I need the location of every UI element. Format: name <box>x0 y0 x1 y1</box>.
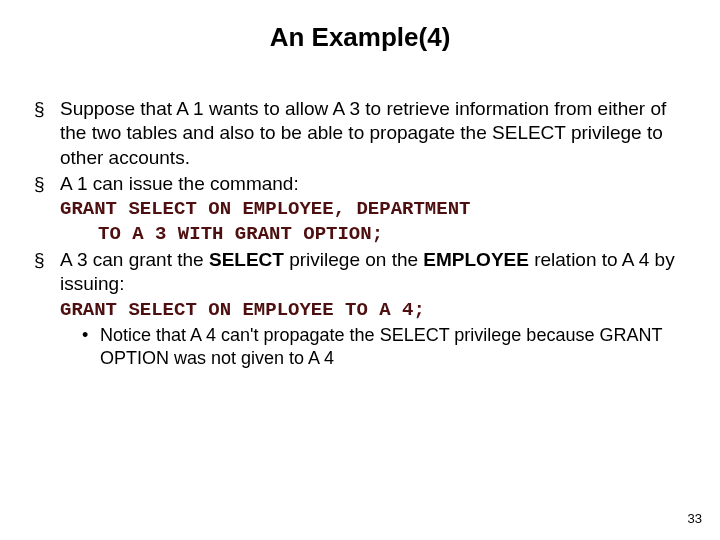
code-ident: EMPLOYEE, DEPARTMENT <box>242 198 470 220</box>
sub-bullet-text: Notice that A 4 can't propagate the SELE… <box>100 325 662 368</box>
slide-title: An Example(4) <box>34 22 686 53</box>
code-kw: GRANT SELECT ON <box>60 299 242 321</box>
code-line: TO A 3 WITH GRANT OPTION; <box>60 222 686 246</box>
bullet-item: Suppose that A 1 wants to allow A 3 to r… <box>34 97 686 170</box>
sub-bullet-list: Notice that A 4 can't propagate the SELE… <box>60 324 686 371</box>
code-kw: TO <box>98 223 132 245</box>
bullet-list: Suppose that A 1 wants to allow A 3 to r… <box>34 97 686 371</box>
slide: An Example(4) Suppose that A 1 wants to … <box>0 0 720 540</box>
code-ident: A 3 <box>132 223 178 245</box>
bullet-text: A 3 can grant the SELECT privilege on th… <box>60 249 675 294</box>
text-bold: EMPLOYEE <box>423 249 529 270</box>
code-kw: GRANT SELECT ON <box>60 198 242 220</box>
page-number: 33 <box>688 511 702 526</box>
sub-bullet-item: Notice that A 4 can't propagate the SELE… <box>82 324 686 371</box>
code-ident: A 4; <box>379 299 425 321</box>
code-kw: TO <box>345 299 379 321</box>
code-ident: EMPLOYEE <box>242 299 345 321</box>
bullet-text: A 1 can issue the command: <box>60 173 299 194</box>
bullet-text: Suppose that A 1 wants to allow A 3 to r… <box>60 98 666 168</box>
code-line: GRANT SELECT ON EMPLOYEE TO A 4; <box>60 299 425 321</box>
code-kw: WITH GRANT OPTION; <box>178 223 383 245</box>
code-line: GRANT SELECT ON EMPLOYEE, DEPARTMENT <box>60 198 470 220</box>
bullet-item: A 1 can issue the command: GRANT SELECT … <box>34 172 686 246</box>
text-frag: A 3 can grant the <box>60 249 209 270</box>
bullet-item: A 3 can grant the SELECT privilege on th… <box>34 248 686 371</box>
text-bold: SELECT <box>209 249 284 270</box>
text-frag: privilege on the <box>284 249 423 270</box>
